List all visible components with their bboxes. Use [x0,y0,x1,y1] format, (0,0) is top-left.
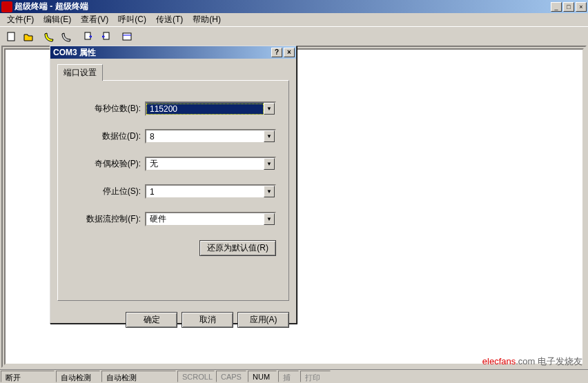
main-titlebar: 超级终端 - 超级终端 _ □ × [0,0,588,13]
app-icon [1,1,12,12]
menu-call[interactable]: 呼叫(C) [114,12,150,27]
flow-value: 硬件 [146,213,264,226]
status-num: NUM [248,371,277,382]
statusbar: 断开 自动检测 自动检测 SCROLL CAPS NUM 捕 打印 [0,369,588,383]
status-detect2: 自动检测 [101,371,176,382]
cancel-button[interactable]: 取消 [182,312,233,328]
menu-help[interactable]: 帮助(H) [188,12,225,27]
menu-view[interactable]: 查看(V) [77,12,112,27]
databits-value: 8 [146,131,264,142]
status-scroll: SCROLL [177,371,215,382]
menu-edit[interactable]: 编辑(E) [39,12,75,27]
properties-icon[interactable] [119,29,135,44]
ok-button[interactable]: 确定 [126,312,177,328]
tab-port-settings[interactable]: 端口设置 [57,64,103,81]
status-connection: 断开 [1,371,55,382]
baud-label: 每秒位数(B): [70,103,145,115]
status-print: 打印 [300,371,331,382]
tab-panel: 每秒位数(B): 115200 ▼ 数据位(D): 8 ▼ 奇偶校验(P): 无… [57,80,289,301]
svg-rect-0 [8,32,14,41]
dialog-titlebar[interactable]: COM3 属性 ? × [50,46,296,59]
menu-transfer[interactable]: 传送(T) [152,12,187,27]
flow-label: 数据流控制(F): [70,213,145,225]
open-icon[interactable] [20,29,36,44]
properties-dialog: COM3 属性 ? × 端口设置 每秒位数(B): 115200 ▼ 数据位(D… [50,46,297,324]
status-caps: CAPS [216,371,246,382]
watermark-brand: elecfans [482,356,516,366]
baud-combo[interactable]: 115200 ▼ [145,101,276,116]
help-button[interactable]: ? [271,48,282,57]
chevron-down-icon[interactable]: ▼ [264,103,275,115]
svg-rect-2 [104,32,109,39]
databits-combo[interactable]: 8 ▼ [145,129,276,144]
chevron-down-icon[interactable]: ▼ [264,158,275,170]
chevron-down-icon[interactable]: ▼ [264,186,275,197]
receive-icon[interactable] [97,29,113,44]
minimize-button[interactable]: _ [551,2,562,12]
restore-defaults-button[interactable]: 还原为默认值(R) [199,240,276,256]
new-icon[interactable] [3,29,19,44]
chevron-down-icon[interactable]: ▼ [264,130,275,142]
call-icon[interactable] [41,29,57,44]
watermark: elecfans.com 电子发烧友 [482,355,582,368]
svg-rect-3 [123,33,131,40]
watermark-suffix: .com 电子发烧友 [516,356,582,366]
close-button[interactable]: × [576,2,587,12]
maximize-button[interactable]: □ [563,2,574,12]
stopbits-label: 停止位(S): [70,186,145,197]
menubar: 文件(F) 编辑(E) 查看(V) 呼叫(C) 传送(T) 帮助(H) [0,13,588,26]
window-title: 超级终端 - 超级终端 [14,1,551,12]
stopbits-value: 1 [146,186,264,197]
dialog-close-button[interactable]: × [284,48,295,57]
status-capture: 捕 [278,371,299,382]
parity-value: 无 [146,157,264,170]
svg-rect-1 [85,32,90,39]
toolbar [0,26,588,46]
parity-label: 奇偶校验(P): [70,158,145,170]
send-icon[interactable] [80,29,96,44]
dialog-title: COM3 属性 [52,47,270,59]
stopbits-combo[interactable]: 1 ▼ [145,184,276,199]
apply-button[interactable]: 应用(A) [237,312,289,328]
databits-label: 数据位(D): [70,130,145,142]
baud-value: 115200 [146,104,264,115]
disconnect-icon[interactable] [59,29,75,44]
parity-combo[interactable]: 无 ▼ [145,157,276,171]
flow-combo[interactable]: 硬件 ▼ [145,212,276,226]
status-detect1: 自动检测 [56,371,100,382]
chevron-down-icon[interactable]: ▼ [264,213,275,225]
menu-file[interactable]: 文件(F) [3,12,38,27]
